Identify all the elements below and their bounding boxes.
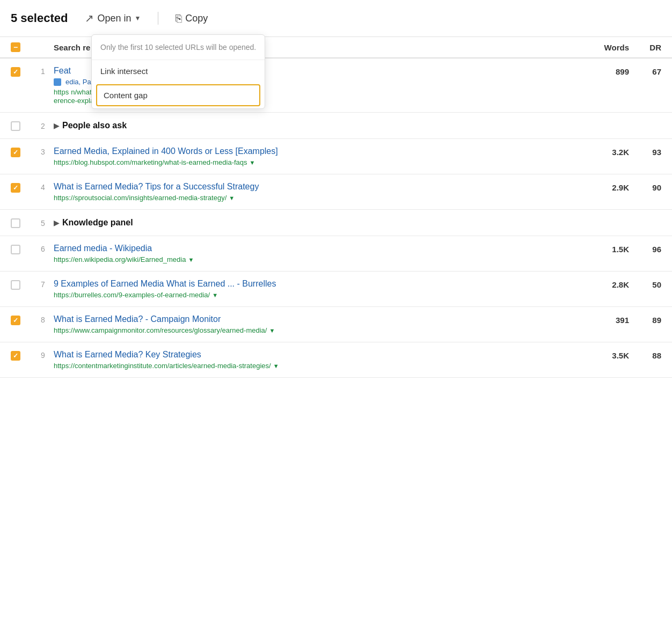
table-row: 6 Earned media - Wikipedia https://en.wi… [0,236,672,272]
row-checkbox-7[interactable] [11,316,20,325]
row-number: 5 [32,218,54,228]
result-words: 3.2K [586,146,629,157]
result-title[interactable]: 9 Examples of Earned Media What is Earne… [54,279,586,289]
row-checkbox-8[interactable] [11,351,20,361]
open-in-dropdown: Only the first 10 selected URLs will be … [91,34,265,109]
group-row: 5 ▶ Knowledge panel [0,210,672,236]
result-words: 391 [586,314,629,325]
open-in-label: Open in [97,13,131,24]
row-checkbox-5[interactable] [11,245,20,254]
result-title[interactable]: What is Earned Media? - Campaign Monitor [54,314,586,324]
url-dropdown-icon[interactable]: ▼ [273,363,279,369]
result-dr: 90 [629,182,661,192]
table-row: 9 What is Earned Media? Key Strategies h… [0,342,672,378]
row-checkbox-2[interactable] [11,148,20,157]
result-dr: 96 [629,244,661,254]
dropdown-hint: Only the first 10 selected URLs will be … [92,35,265,60]
result-dr: 88 [629,350,661,360]
copy-icon: ⎘ [176,12,182,25]
row-number: 2 [32,121,54,130]
search-result-header: Search re [54,43,90,52]
result-dr: 67 [629,66,661,76]
selected-count: 5 selected [11,11,68,25]
favicon-icon [54,78,61,86]
result-words: 3.5K [586,350,629,360]
result-url[interactable]: https://contentmarketinginstitute.com/ar… [54,362,271,370]
copy-button[interactable]: ⎘ Copy [171,10,212,27]
result-title[interactable]: Earned Media, Explained in 400 Words or … [54,146,586,156]
group-label: ▶ People also ask [54,121,586,130]
content-gap-item[interactable]: Content gap [96,84,260,106]
row-number: 9 [32,350,54,360]
result-dr: 89 [629,314,661,325]
group-row: 2 ▶ People also ask [0,113,672,139]
result-title[interactable]: Earned media - Wikipedia [54,244,586,253]
select-all-checkbox[interactable] [11,42,20,52]
url-dropdown-icon[interactable]: ▼ [269,327,275,334]
row-checkbox-3[interactable] [11,183,20,193]
url-dropdown-icon[interactable]: ▼ [250,159,255,166]
row-number: 6 [32,244,54,253]
result-words: 899 [586,66,629,76]
result-words: 2.9K [586,182,629,192]
words-header: Words [604,43,629,52]
toolbar: 5 selected ↗︎ Open in ▼ ⎘ Copy Only the … [0,0,672,37]
dr-header: DR [649,43,661,52]
table-row: 3 Earned Media, Explained in 400 Words o… [0,139,672,174]
row-number: 7 [32,279,54,289]
result-words: 2.8K [586,279,629,289]
result-title[interactable]: What is Earned Media? Tips for a Success… [54,182,586,192]
open-in-button[interactable]: ↗︎ Open in ▼ [81,10,145,27]
table-row: 4 What is Earned Media? Tips for a Succe… [0,174,672,210]
table-row: 7 9 Examples of Earned Media What is Ear… [0,272,672,307]
group-label: ▶ Knowledge panel [54,218,586,228]
expand-icon[interactable]: ▶ [54,122,59,130]
toolbar-divider [158,12,158,25]
result-url[interactable]: https://blog.hubspot.com/marketing/what-… [54,158,247,166]
row-checkbox-0[interactable] [11,67,20,77]
result-title[interactable]: What is Earned Media? Key Strategies [54,350,586,360]
link-intersect-item[interactable]: Link intersect [92,60,265,82]
result-url[interactable]: https://burrelles.com/9-examples-of-earn… [54,291,210,299]
table-row: 8 What is Earned Media? - Campaign Monit… [0,307,672,342]
row-checkbox-6[interactable] [11,280,20,290]
row-checkbox-4[interactable] [11,218,20,228]
url-dropdown-icon[interactable]: ▼ [212,292,218,298]
result-dr: 93 [629,146,661,157]
expand-icon[interactable]: ▶ [54,219,59,227]
row-number: 3 [32,146,54,156]
row-checkbox-1[interactable] [11,121,20,131]
row-number: 8 [32,314,54,324]
result-words: 1.5K [586,244,629,254]
result-dr: 50 [629,279,661,289]
url-dropdown-icon[interactable]: ▼ [229,195,235,201]
result-url[interactable]: https://www.campaignmonitor.com/resource… [54,326,267,334]
result-url[interactable]: https://en.wikipedia.org/wiki/Earned_med… [54,255,186,263]
open-in-icon: ↗︎ [85,12,94,25]
result-url[interactable]: https://sproutsocial.com/insights/earned… [54,194,227,202]
dropdown-arrow-icon: ▼ [134,14,141,22]
url-dropdown-icon[interactable]: ▼ [188,257,194,263]
row-number: 1 [32,66,54,76]
copy-label: Copy [185,13,208,24]
result-url[interactable]: https [54,88,69,96]
row-number: 4 [32,182,54,192]
